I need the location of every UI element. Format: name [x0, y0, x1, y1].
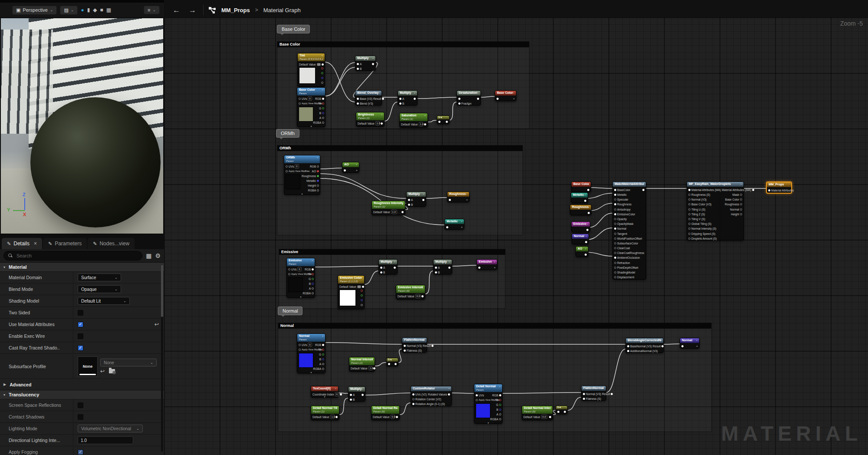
node-header[interactable]: Detail NormalParam⌄	[474, 384, 502, 392]
chevron-down-icon[interactable]: ⌄	[448, 260, 450, 263]
uvs-pin[interactable]	[299, 344, 301, 346]
uvs-value-box[interactable]: 0	[295, 164, 299, 168]
output-pin[interactable]	[317, 180, 319, 182]
input-pin[interactable]	[614, 262, 616, 264]
input-pin[interactable]	[627, 350, 629, 352]
node-multiply-e2[interactable]: Multiply⌄AB	[433, 259, 452, 274]
output-pin[interactable]	[661, 345, 664, 347]
uvs-pin[interactable]	[299, 98, 301, 100]
node-metallic-use[interactable]: Metallic⌄	[571, 192, 588, 203]
output-pin[interactable]	[740, 213, 742, 215]
input-pin[interactable]	[614, 218, 616, 220]
preview-shape-cube-icon[interactable]: ■	[100, 7, 103, 13]
node-base-color-decl[interactable]: Base Color⌄▸	[495, 90, 516, 101]
node-header[interactable]: BrightnessParam (1)⌄	[356, 112, 384, 120]
input-pin[interactable]	[614, 267, 616, 269]
comment-bubble[interactable]: ORMh	[276, 129, 299, 138]
output-pin[interactable]	[322, 117, 324, 119]
input-pin[interactable]	[412, 398, 414, 400]
chevron-down-icon[interactable]: ⌄	[335, 406, 338, 409]
input-pin[interactable]	[688, 208, 690, 211]
subsurface-profile-thumbnail[interactable]: None	[78, 356, 98, 376]
chevron-down-icon[interactable]: ⌄	[587, 182, 589, 185]
input-pin[interactable]	[404, 345, 406, 347]
lighting-mode-dropdown[interactable]: Volumetric NonDirectional ⌄	[78, 425, 143, 432]
comment-bubble[interactable]: Normal	[278, 307, 302, 315]
channel-pin[interactable]	[321, 82, 323, 84]
output-pin[interactable]	[584, 200, 586, 202]
node-flatten-normal-2[interactable]: FlattenNormal⌄Normal (V3)ResultFlatness …	[581, 386, 606, 401]
chevron-down-icon[interactable]: ⌄	[371, 357, 373, 360]
node-texcoord[interactable]: TexCoord[0]⌄Coordinate Index0▾	[311, 386, 339, 398]
output-pin[interactable]	[740, 203, 742, 205]
input-pin[interactable]	[614, 257, 616, 259]
comment-bubble[interactable]: Base Color	[277, 25, 310, 33]
enable-exec-wire-checkbox[interactable]	[78, 333, 83, 339]
section-material[interactable]: ▾ Material	[0, 262, 164, 271]
back-arrow-icon[interactable]: ←	[171, 7, 182, 14]
node-mf-easyrain-waterdroplets[interactable]: MF_EasyRain_WaterDroplets⌄Material Attri…	[687, 181, 744, 241]
node-header[interactable]: TintParam (0.9,0.9,0.9,1)⌄	[298, 53, 325, 61]
channel-pin[interactable]	[361, 304, 363, 306]
chevron-down-icon[interactable]: ⌄	[381, 112, 383, 115]
default-value-box[interactable]: 0.0	[541, 415, 547, 419]
node-header[interactable]: Detail Normal RotationParam (0)⌄	[372, 406, 399, 414]
input-pin[interactable]	[614, 228, 616, 230]
chevron-down-icon[interactable]: ⌄	[396, 406, 398, 409]
node-ao-use[interactable]: AO⌄	[575, 246, 589, 257]
material-attributes-pin[interactable]	[768, 189, 770, 191]
texture-thumbnail[interactable]	[299, 107, 313, 122]
output-pin[interactable]	[322, 358, 324, 360]
search-box[interactable]	[3, 251, 142, 260]
two-sided-checkbox[interactable]	[78, 310, 83, 316]
output-pin[interactable]	[446, 121, 448, 123]
tab-details[interactable]: ✎ Details ×	[2, 238, 42, 249]
input-pin[interactable]	[408, 204, 410, 206]
output-pin[interactable]	[335, 416, 338, 418]
output-pin[interactable]	[499, 418, 501, 420]
viewport-menu-button[interactable]: ≡ ⌄	[144, 6, 160, 14]
node-roughness-intensity[interactable]: Roughness IntensityParam (1)⌄Default Val…	[372, 201, 405, 215]
node-header[interactable]: SaturationParam (1)⌄	[400, 113, 427, 121]
chevron-down-icon[interactable]: ⌄	[335, 386, 337, 389]
default-value-box[interactable]: 1.0	[330, 415, 335, 419]
node-header[interactable]: CustomRotator⌄	[411, 386, 451, 391]
chevron-down-icon[interactable]: ⌄	[424, 113, 426, 116]
forward-arrow-icon[interactable]: →	[187, 7, 198, 14]
directional-lighting-intensity-field[interactable]	[78, 436, 133, 444]
perspective-dropdown[interactable]: ▣ Perspective ⌄	[12, 6, 57, 15]
node-header[interactable]: Roughness IntensityParam (1)⌄	[372, 201, 405, 209]
output-pin[interactable]	[317, 189, 319, 191]
output-pin[interactable]	[585, 254, 587, 256]
output-pin[interactable]	[322, 353, 324, 356]
input-pin[interactable]	[380, 271, 382, 274]
output-pin[interactable]	[322, 112, 324, 114]
expander-icon[interactable]: ▾	[487, 422, 489, 424]
uvs-pin[interactable]	[288, 268, 290, 270]
input-pin[interactable]	[557, 411, 559, 413]
default-value-box[interactable]: 1.0	[375, 121, 380, 125]
node-normal-use[interactable]: Normal⌄	[572, 234, 589, 244]
chevron-down-icon[interactable]: ⌄	[585, 234, 587, 237]
uvs-pin[interactable]	[476, 394, 478, 396]
breadcrumb-asset[interactable]: MM_Props	[221, 7, 250, 13]
channel-pin[interactable]	[321, 72, 323, 74]
chevron-down-icon[interactable]: ⌄	[394, 260, 396, 263]
chevron-down-icon[interactable]: ⌄	[549, 406, 551, 409]
output-pin[interactable]	[322, 98, 324, 100]
input-pin[interactable]	[435, 271, 437, 274]
expander-icon[interactable]: ▾	[301, 193, 302, 195]
output-pin[interactable]	[317, 170, 319, 172]
node-header[interactable]: Emissive IntensityParam (0)⌄	[396, 285, 425, 293]
output-pin[interactable]	[752, 189, 754, 191]
chevron-down-icon[interactable]: ⌄	[477, 91, 479, 94]
input-pin[interactable]	[688, 194, 690, 196]
output-pin[interactable]	[372, 63, 374, 65]
texture-thumbnail[interactable]	[286, 175, 300, 189]
node-blend-angle-corrected-normals[interactable]: BlendAngleCorrectedNormals⌄BaseNormal (V…	[625, 338, 664, 353]
input-pin[interactable]	[388, 363, 390, 365]
output-pin[interactable]	[424, 123, 426, 125]
output-pin[interactable]	[477, 98, 479, 100]
node-header[interactable]: BlendAngleCorrectedNormals⌄	[626, 338, 663, 343]
chevron-down-icon[interactable]: ⌄	[585, 247, 587, 250]
